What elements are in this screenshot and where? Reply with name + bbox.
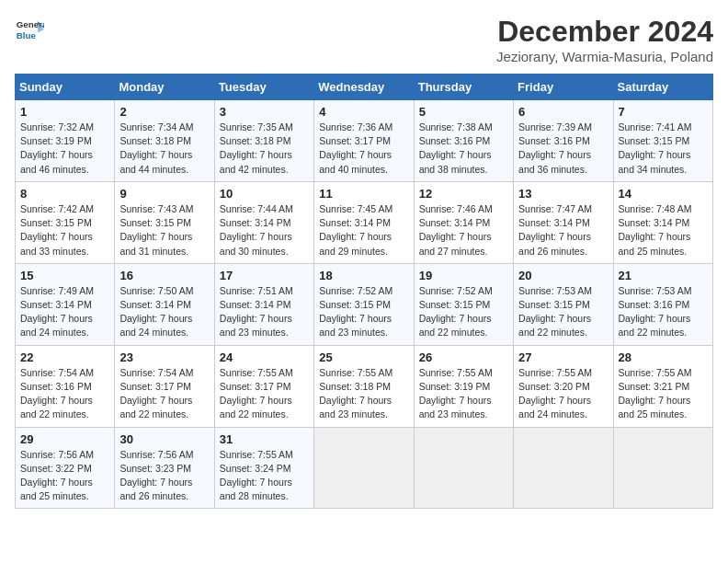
- header-day-sunday: Sunday: [16, 75, 115, 100]
- day-number: 15: [20, 269, 109, 282]
- week-row-3: 15Sunrise: 7:49 AMSunset: 3:14 PMDayligh…: [16, 263, 713, 345]
- day-number: 8: [20, 187, 109, 201]
- day-info: Sunrise: 7:55 AMSunset: 3:18 PMDaylight:…: [319, 366, 408, 422]
- day-cell: 17Sunrise: 7:51 AMSunset: 3:14 PMDayligh…: [214, 263, 313, 345]
- day-info: Sunrise: 7:52 AMSunset: 3:15 PMDaylight:…: [419, 284, 508, 340]
- day-number: 12: [419, 187, 508, 201]
- day-info: Sunrise: 7:55 AMSunset: 3:20 PMDaylight:…: [518, 366, 608, 422]
- page-header: General Blue December 2024 Jeziorany, Wa…: [15, 15, 713, 64]
- day-number: 11: [319, 187, 408, 201]
- week-row-2: 8Sunrise: 7:42 AMSunset: 3:15 PMDaylight…: [16, 181, 713, 263]
- day-number: 3: [220, 105, 309, 119]
- day-info: Sunrise: 7:48 AMSunset: 3:14 PMDaylight:…: [619, 202, 708, 259]
- day-number: 1: [20, 105, 109, 119]
- header-day-wednesday: Wednesday: [314, 75, 414, 100]
- day-number: 27: [518, 350, 608, 364]
- day-cell: 12Sunrise: 7:46 AMSunset: 3:14 PMDayligh…: [414, 181, 513, 263]
- day-info: Sunrise: 7:34 AMSunset: 3:18 PMDaylight:…: [119, 121, 209, 177]
- day-info: Sunrise: 7:47 AMSunset: 3:14 PMDaylight:…: [518, 202, 608, 259]
- day-info: Sunrise: 7:49 AMSunset: 3:14 PMDaylight:…: [20, 284, 109, 340]
- day-cell: 3Sunrise: 7:35 AMSunset: 3:18 PMDaylight…: [214, 100, 313, 182]
- day-info: Sunrise: 7:41 AMSunset: 3:15 PMDaylight:…: [619, 121, 708, 177]
- day-cell: 10Sunrise: 7:44 AMSunset: 3:14 PMDayligh…: [214, 181, 313, 263]
- day-number: 24: [220, 350, 309, 364]
- day-info: Sunrise: 7:32 AMSunset: 3:19 PMDaylight:…: [20, 121, 109, 177]
- day-cell: [613, 427, 712, 509]
- day-info: Sunrise: 7:45 AMSunset: 3:14 PMDaylight:…: [319, 202, 408, 259]
- main-title: December 2024: [496, 15, 713, 49]
- day-cell: 15Sunrise: 7:49 AMSunset: 3:14 PMDayligh…: [16, 263, 115, 345]
- week-row-1: 1Sunrise: 7:32 AMSunset: 3:19 PMDaylight…: [16, 100, 713, 182]
- day-cell: [314, 427, 414, 509]
- day-cell: [514, 427, 613, 509]
- day-cell: 5Sunrise: 7:38 AMSunset: 3:16 PMDaylight…: [414, 100, 513, 182]
- day-cell: 2Sunrise: 7:34 AMSunset: 3:18 PMDaylight…: [115, 100, 214, 182]
- day-info: Sunrise: 7:43 AMSunset: 3:15 PMDaylight:…: [119, 202, 209, 259]
- title-block: December 2024 Jeziorany, Warmia-Masuria,…: [496, 15, 713, 64]
- calendar-body: 1Sunrise: 7:32 AMSunset: 3:19 PMDaylight…: [16, 100, 713, 509]
- day-info: Sunrise: 7:52 AMSunset: 3:15 PMDaylight:…: [319, 284, 408, 340]
- day-number: 10: [220, 187, 309, 201]
- day-number: 30: [119, 432, 209, 446]
- subtitle: Jeziorany, Warmia-Masuria, Poland: [496, 49, 713, 64]
- day-cell: 1Sunrise: 7:32 AMSunset: 3:19 PMDaylight…: [16, 100, 115, 182]
- day-info: Sunrise: 7:35 AMSunset: 3:18 PMDaylight:…: [220, 121, 309, 177]
- day-number: 16: [119, 269, 209, 282]
- day-cell: 6Sunrise: 7:39 AMSunset: 3:16 PMDaylight…: [514, 100, 613, 182]
- day-number: 29: [20, 432, 109, 446]
- day-info: Sunrise: 7:53 AMSunset: 3:15 PMDaylight:…: [518, 284, 608, 340]
- day-number: 31: [220, 432, 309, 446]
- day-info: Sunrise: 7:39 AMSunset: 3:16 PMDaylight:…: [518, 121, 608, 177]
- day-number: 9: [119, 187, 209, 201]
- day-info: Sunrise: 7:38 AMSunset: 3:16 PMDaylight:…: [419, 121, 508, 177]
- day-cell: 18Sunrise: 7:52 AMSunset: 3:15 PMDayligh…: [314, 263, 414, 345]
- week-row-5: 29Sunrise: 7:56 AMSunset: 3:22 PMDayligh…: [16, 427, 713, 509]
- day-number: 14: [619, 187, 708, 201]
- day-number: 23: [119, 350, 209, 364]
- day-info: Sunrise: 7:54 AMSunset: 3:17 PMDaylight:…: [119, 366, 209, 422]
- day-cell: 7Sunrise: 7:41 AMSunset: 3:15 PMDaylight…: [613, 100, 712, 182]
- day-number: 26: [419, 350, 508, 364]
- day-info: Sunrise: 7:55 AMSunset: 3:19 PMDaylight:…: [419, 366, 508, 422]
- day-info: Sunrise: 7:42 AMSunset: 3:15 PMDaylight:…: [20, 202, 109, 259]
- header-day-friday: Friday: [514, 75, 613, 100]
- day-cell: 31Sunrise: 7:55 AMSunset: 3:24 PMDayligh…: [214, 427, 313, 509]
- day-cell: 24Sunrise: 7:55 AMSunset: 3:17 PMDayligh…: [214, 345, 313, 427]
- day-number: 25: [319, 350, 408, 364]
- day-cell: [414, 427, 513, 509]
- day-cell: 30Sunrise: 7:56 AMSunset: 3:23 PMDayligh…: [115, 427, 214, 509]
- day-info: Sunrise: 7:55 AMSunset: 3:24 PMDaylight:…: [220, 448, 309, 504]
- day-info: Sunrise: 7:54 AMSunset: 3:16 PMDaylight:…: [20, 366, 109, 422]
- header-day-monday: Monday: [115, 75, 214, 100]
- day-cell: 27Sunrise: 7:55 AMSunset: 3:20 PMDayligh…: [514, 345, 613, 427]
- day-info: Sunrise: 7:55 AMSunset: 3:21 PMDaylight:…: [619, 366, 708, 422]
- day-number: 21: [619, 269, 708, 282]
- day-cell: 25Sunrise: 7:55 AMSunset: 3:18 PMDayligh…: [314, 345, 414, 427]
- day-info: Sunrise: 7:44 AMSunset: 3:14 PMDaylight:…: [220, 202, 309, 259]
- calendar-header: SundayMondayTuesdayWednesdayThursdayFrid…: [16, 75, 713, 100]
- day-cell: 20Sunrise: 7:53 AMSunset: 3:15 PMDayligh…: [514, 263, 613, 345]
- day-number: 5: [419, 105, 508, 119]
- day-cell: 13Sunrise: 7:47 AMSunset: 3:14 PMDayligh…: [514, 181, 613, 263]
- header-day-saturday: Saturday: [613, 75, 712, 100]
- day-cell: 14Sunrise: 7:48 AMSunset: 3:14 PMDayligh…: [613, 181, 712, 263]
- day-number: 6: [518, 105, 608, 119]
- day-number: 28: [619, 350, 708, 364]
- day-info: Sunrise: 7:56 AMSunset: 3:23 PMDaylight:…: [119, 448, 209, 504]
- day-cell: 22Sunrise: 7:54 AMSunset: 3:16 PMDayligh…: [16, 345, 115, 427]
- header-row: SundayMondayTuesdayWednesdayThursdayFrid…: [16, 75, 713, 100]
- day-info: Sunrise: 7:51 AMSunset: 3:14 PMDaylight:…: [220, 284, 309, 340]
- day-cell: 16Sunrise: 7:50 AMSunset: 3:14 PMDayligh…: [115, 263, 214, 345]
- day-info: Sunrise: 7:53 AMSunset: 3:16 PMDaylight:…: [619, 284, 708, 340]
- week-row-4: 22Sunrise: 7:54 AMSunset: 3:16 PMDayligh…: [16, 345, 713, 427]
- day-number: 17: [220, 269, 309, 282]
- day-number: 4: [319, 105, 408, 119]
- header-day-thursday: Thursday: [414, 75, 513, 100]
- logo: General Blue: [15, 15, 44, 44]
- day-number: 13: [518, 187, 608, 201]
- day-number: 18: [319, 269, 408, 282]
- day-cell: 26Sunrise: 7:55 AMSunset: 3:19 PMDayligh…: [414, 345, 513, 427]
- day-number: 7: [619, 105, 708, 119]
- logo-icon: General Blue: [15, 15, 44, 44]
- header-day-tuesday: Tuesday: [214, 75, 313, 100]
